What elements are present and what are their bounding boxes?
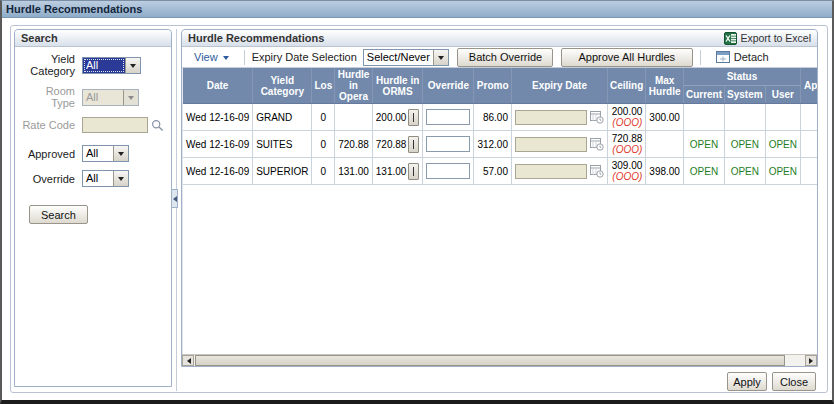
view-menu-button[interactable]: View: [186, 51, 237, 63]
col-header-date[interactable]: Date: [183, 68, 253, 104]
col-header-approved-clipped[interactable]: Approved: [800, 68, 817, 104]
cell-hurdle-opera: [335, 104, 373, 131]
cell-max-hurdle: [646, 131, 684, 158]
window-title: Hurdle Recommendations: [6, 3, 142, 15]
cell-approved-clipped: [800, 158, 817, 185]
col-header-override[interactable]: Override: [423, 68, 474, 104]
cell-status-system: [725, 104, 766, 131]
room-type-row: Room Type All: [19, 85, 167, 109]
yield-category-dropdown-icon[interactable]: [125, 58, 140, 73]
cell-ceiling: 720.88: [611, 133, 642, 144]
cell-los: 0: [312, 104, 335, 131]
approved-value: All: [83, 146, 113, 161]
window-titlebar: Hurdle Recommendations: [2, 1, 832, 18]
cell-hurdle-opera: 131.00: [335, 158, 373, 185]
search-button[interactable]: Search: [29, 205, 88, 224]
col-header-max-hurdle[interactable]: Max Hurdle: [646, 68, 684, 104]
approved-select[interactable]: All: [82, 145, 129, 162]
orms-edit-button[interactable]: [408, 109, 419, 126]
expiry-date-input[interactable]: [515, 164, 587, 179]
expiry-date-selection-select[interactable]: Select/Never: [363, 49, 449, 66]
cell-date: Wed 12-16-09: [183, 131, 253, 158]
date-picker-icon[interactable]: [590, 164, 604, 178]
hurdle-recommendations-window: Hurdle Recommendations Search Yield Cate…: [0, 0, 834, 404]
col-header-status-user[interactable]: User: [765, 85, 800, 103]
apply-button[interactable]: Apply: [727, 372, 767, 391]
override-input[interactable]: [426, 109, 470, 125]
col-group-status: Status: [683, 68, 800, 85]
date-picker-icon[interactable]: [590, 110, 604, 124]
yield-category-select[interactable]: All: [82, 57, 141, 74]
scroll-right-arrow[interactable]: [805, 355, 817, 366]
cell-promo: 312.00: [474, 131, 512, 158]
override-input[interactable]: [426, 163, 470, 179]
override-select[interactable]: All: [82, 170, 129, 187]
cell-yield-category: SUPERIOR: [253, 158, 312, 185]
room-type-value: All: [83, 90, 123, 105]
export-to-excel-link[interactable]: Export to Excel: [724, 32, 811, 45]
room-type-select: All: [82, 89, 139, 106]
detach-icon: [716, 51, 730, 63]
cell-ceiling: 200.00: [611, 106, 642, 117]
dialog-actions: Apply Close: [727, 372, 816, 391]
scrollbar-thumb[interactable]: [195, 355, 785, 366]
search-panel: Search Yield Category All Room Type All …: [14, 29, 172, 387]
table-row[interactable]: Wed 12-16-09 GRAND 0 200.00 86.00 200.00…: [183, 104, 817, 131]
rate-code-input: [82, 117, 148, 133]
expiry-date-selection-value: Select/Never: [364, 50, 433, 65]
cell-status-current: OPEN: [683, 158, 724, 185]
col-header-ceiling[interactable]: Ceiling: [608, 68, 646, 104]
cell-max-hurdle: 398.00: [646, 158, 684, 185]
expiry-date-input[interactable]: [515, 110, 587, 125]
panel-splitter[interactable]: [176, 29, 177, 391]
room-type-dropdown-icon: [123, 90, 138, 105]
cell-status-user: [765, 104, 800, 131]
col-header-hurdle-in-opera[interactable]: Hurdle in Opera: [335, 68, 373, 104]
expiry-date-input[interactable]: [515, 137, 587, 152]
orms-edit-button[interactable]: [408, 136, 419, 153]
close-button[interactable]: Close: [772, 372, 816, 391]
expiry-selection-dropdown-icon[interactable]: [433, 50, 448, 65]
approved-label: Approved: [19, 148, 75, 160]
approved-dropdown-icon[interactable]: [113, 146, 128, 161]
col-header-yield-category[interactable]: Yield Category: [253, 68, 312, 104]
search-form: Yield Category All Room Type All Rate Co…: [15, 47, 171, 224]
col-header-status-system[interactable]: System: [725, 85, 766, 103]
cell-approved-clipped: [800, 131, 817, 158]
col-header-los[interactable]: Los: [312, 68, 335, 104]
horizontal-scrollbar[interactable]: [182, 354, 817, 366]
cell-approved-clipped: [800, 104, 817, 131]
yield-category-label: Yield Category: [19, 53, 75, 77]
view-menu-label: View: [194, 51, 218, 63]
orms-edit-button[interactable]: [408, 163, 419, 180]
ceiling-note: (OOO): [611, 171, 642, 182]
rate-code-row: Rate Code: [19, 117, 167, 133]
override-dropdown-icon[interactable]: [113, 171, 128, 186]
table-row[interactable]: Wed 12-16-09 SUPERIOR 0 131.00 131.00 57…: [183, 158, 817, 185]
cell-status-user: OPEN: [765, 158, 800, 185]
cell-yield-category: GRAND: [253, 104, 312, 131]
cell-status-user: OPEN: [765, 131, 800, 158]
toolbar-separator: [244, 50, 245, 65]
date-picker-icon[interactable]: [590, 137, 604, 151]
panel-collapse-handle[interactable]: [171, 189, 178, 208]
search-lookup-icon[interactable]: [151, 119, 164, 132]
cell-ceiling: 309.00: [611, 160, 642, 171]
cell-hurdle-orms: 131.00: [376, 166, 407, 177]
cell-status-current: [683, 104, 724, 131]
col-header-status-current[interactable]: Current: [683, 85, 724, 103]
cell-promo: 86.00: [474, 104, 512, 131]
results-panel-header: Hurdle Recommendations Export to Excel: [182, 30, 817, 47]
scroll-left-arrow[interactable]: [182, 355, 194, 366]
rate-code-label: Rate Code: [19, 119, 75, 131]
hurdle-table-area: Date Yield Category Los Hurdle in Opera …: [182, 68, 817, 354]
col-header-promo[interactable]: Promo: [474, 68, 512, 104]
detach-button[interactable]: Detach: [716, 51, 769, 63]
table-row[interactable]: Wed 12-16-09 SUITES 0 720.88 720.88 312.…: [183, 131, 817, 158]
col-header-expiry-date[interactable]: Expiry Date: [512, 68, 608, 104]
approve-all-hurdles-button[interactable]: Approve All Hurdles: [561, 48, 693, 67]
col-header-hurdle-in-orms[interactable]: Hurdle in ORMS: [372, 68, 423, 104]
batch-override-button[interactable]: Batch Override: [457, 48, 553, 67]
override-input[interactable]: [426, 136, 470, 152]
approved-row: Approved All: [19, 145, 167, 162]
